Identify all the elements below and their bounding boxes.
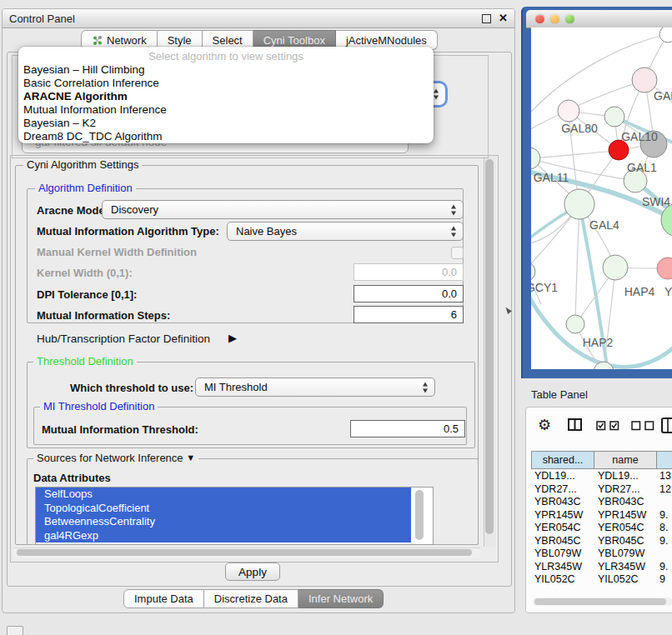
node-gal80[interactable] [558,100,579,122]
popup-item-selected[interactable]: ARACNE Algorithm [18,90,434,103]
edge[interactable] [575,205,579,322]
list-vertical-scrollbar-thumb[interactable] [415,490,424,540]
table-cell[interactable]: YDR27... [598,483,640,495]
popup-item[interactable]: Bayesian – K2 [18,117,434,130]
kernel-width-field[interactable]: 0.0 [354,263,464,281]
mi-threshold-label: Mutual Information Threshold: [42,423,198,436]
table-cell[interactable]: 9. [659,561,668,572]
popup-item[interactable]: Mutual Information Inference [18,103,434,117]
table-cell[interactable]: 9. [659,535,668,547]
close-icon[interactable]: ✕ [499,12,508,24]
aracne-mode-combobox[interactable]: Discovery [102,200,464,219]
screen: { "colors": { "accent_blue_title": "#232… [0,0,672,635]
column-doc-icon[interactable] [661,418,672,434]
tab-infer-network[interactable]: Infer Network [298,589,384,608]
which-threshold-combobox[interactable]: MI Threshold [195,378,435,397]
table-panel-title: Table Panel [531,388,588,401]
edge[interactable] [531,151,617,158]
table-horizontal-scrollbar-thumb[interactable] [534,598,666,605]
table-cell[interactable]: YER054C [598,522,644,533]
table-cell[interactable]: YER054C [534,522,581,533]
settings-vertical-scrollbar-thumb[interactable] [485,159,494,534]
expanded-arrow-icon[interactable]: ▼ [186,452,195,462]
popup-item[interactable]: Dream8 DC_TDC Algorithm [18,130,434,143]
table-cell[interactable]: YBR043C [598,496,644,508]
popup-item[interactable]: Basic Correlation Inference [18,77,434,90]
checked-boxes-icon[interactable] [596,421,623,431]
node-label: GAL80 [561,122,598,135]
table-cell[interactable]: 12 [659,483,671,495]
table-cell[interactable]: YPR145W [534,509,583,521]
mi-steps-value: 6 [451,308,457,321]
table-header-shared[interactable]: shared... [531,451,594,469]
mi-algorithm-type-label: Mutual Information Algorithm Type: [37,225,219,238]
tab-discretize-data[interactable]: Discretize Data [204,589,298,608]
control-panel-titlebar[interactable]: Control Panel ✕ [3,9,514,28]
tab-impute-data[interactable]: Impute Data [123,589,204,608]
manual-kernel-width-checkbox[interactable] [451,247,464,259]
list-item[interactable]: SelfLoops [36,488,411,502]
node-label: HAP2 [583,336,614,349]
gear-icon[interactable]: ⚙ [538,416,551,434]
unchecked-boxes-icon[interactable] [631,421,658,431]
table-cell[interactable]: YLR345W [598,561,645,572]
table-header-name[interactable]: name [594,451,657,469]
network-view-titlebar[interactable] [526,10,672,28]
mi-threshold-field[interactable]: 0.5 [350,420,465,438]
apply-button[interactable]: Apply [225,562,280,581]
table-cell[interactable]: 13 [659,470,671,482]
table-body: YDL19...YDL19...13 YDR27...YDR27...12 YB… [528,469,672,584]
algorithm-dropdown-popup: Select algorithm to view settings Bayesi… [18,47,434,143]
table-cell[interactable]: YBR045C [534,535,581,547]
table-cell[interactable]: YPR145W [598,509,646,521]
table-cell[interactable]: 8. [659,522,668,533]
data-attributes-list[interactable]: SelfLoops TopologicalCoefficient Between… [35,487,434,545]
table-cell[interactable]: YIL052C [598,573,639,584]
which-threshold-value: MI Threshold [204,381,268,393]
combo-stepper-icon [451,226,457,237]
settings-horizontal-scrollbar-thumb[interactable] [17,549,472,556]
node-hap2[interactable] [566,315,584,333]
float-window-icon[interactable] [482,14,491,23]
which-threshold-label: Which threshold to use: [70,382,193,394]
node-gal10[interactable] [604,107,624,127]
node-gcy1[interactable] [531,262,535,282]
node-label: GAL11 [534,171,569,184]
table-cell[interactable]: YIL052C [534,573,575,584]
table-header-partial[interactable] [656,451,672,469]
mi-algorithm-type-combobox[interactable]: Naive Bayes [227,222,464,241]
close-traffic-light-icon[interactable] [535,14,544,23]
table-cell[interactable]: YBL079W [534,548,581,559]
table-cell[interactable]: 9 [659,573,665,584]
table-cell[interactable]: YBR045C [598,535,644,547]
collapsed-arrow-icon[interactable]: ▶ [228,332,237,344]
node[interactable] [659,28,672,42]
popup-item[interactable]: Bayesian – Hill Climbing [18,63,434,77]
node[interactable] [661,203,672,237]
hub-section-label[interactable]: Hub/Transcription Factor Definition [37,332,210,345]
list-item[interactable]: BetweennessCentrality [36,515,411,529]
table-cell[interactable]: 9. [659,509,668,521]
dpi-tolerance-label: DPI Tolerance [0,1]: [37,288,137,301]
network-canvas[interactable]: GAL GAL80 GAL10 GAL1 GAL11 SWI4 GAL4 GCY… [531,28,672,369]
list-item[interactable]: gal4RGexp [36,529,411,543]
node[interactable] [657,258,672,279]
split-columns-icon[interactable] [568,418,582,431]
tab-cyni-toolbox-label: Cyni Toolbox [263,34,325,47]
data-attributes-label: Data Attributes [33,472,111,484]
table-cell[interactable]: YDR27... [534,483,577,495]
table-cell[interactable]: YDL19... [598,470,639,482]
dpi-tolerance-field[interactable]: 0.0 [354,285,464,302]
table-cell[interactable]: YLR345W [534,561,582,572]
zoom-traffic-light-icon[interactable] [565,14,574,23]
mi-steps-label: Mutual Information Steps: [37,309,170,322]
minimize-traffic-light-icon[interactable] [550,14,559,23]
node-gal4[interactable] [564,189,594,219]
bottom-left-partial-button[interactable] [7,626,23,635]
node-hap4[interactable] [603,255,628,280]
list-item[interactable]: TopologicalCoefficient [36,502,411,516]
table-cell[interactable]: YDL19... [534,470,575,482]
table-cell[interactable]: YBL079W [598,548,644,559]
mi-steps-field[interactable]: 6 [354,306,464,323]
table-cell[interactable]: YBR043C [534,496,581,508]
